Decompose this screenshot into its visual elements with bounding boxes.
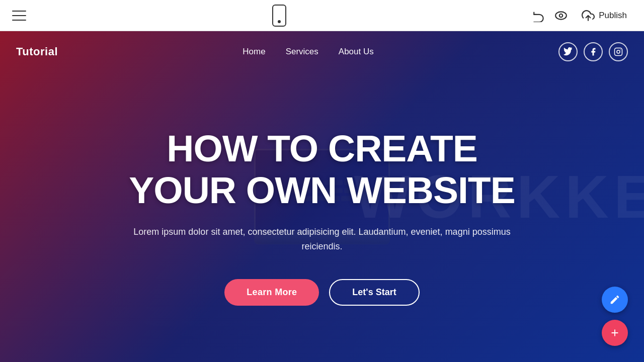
phone-icon[interactable] — [272, 5, 286, 27]
preview-area: WORKKE Tutorial Home Services About Us — [0, 31, 644, 362]
hero-title: HOW TO CREATE YOUR OWN WEBSITE — [129, 128, 515, 211]
site-social-links — [558, 42, 628, 61]
toolbar-right: Publish — [532, 6, 632, 25]
toolbar: Publish — [0, 0, 644, 31]
learn-more-button[interactable]: Learn More — [224, 279, 319, 306]
nav-home[interactable]: Home — [243, 47, 265, 57]
hamburger-icon[interactable] — [12, 11, 26, 21]
fab-area — [602, 287, 628, 346]
publish-button[interactable]: Publish — [577, 6, 632, 25]
svg-point-5 — [620, 49, 621, 50]
add-fab-button[interactable] — [602, 320, 628, 346]
svg-point-0 — [555, 12, 567, 19]
edit-fab-button[interactable] — [602, 287, 628, 313]
hero-subtitle: Lorem ipsum dolor sit amet, consectetur … — [126, 225, 518, 254]
site-nav-links: Home Services About Us — [243, 47, 373, 57]
hero-title-line1: HOW TO CREATE — [167, 127, 477, 169]
facebook-icon[interactable] — [584, 42, 603, 61]
publish-label: Publish — [599, 11, 627, 21]
site-logo: Tutorial — [16, 45, 58, 58]
svg-rect-3 — [614, 48, 622, 56]
hero-section: WORKKE Tutorial Home Services About Us — [0, 31, 644, 362]
toolbar-left — [12, 11, 26, 21]
hero-content: HOW TO CREATE YOUR OWN WEBSITE Lorem ips… — [0, 31, 644, 362]
undo-icon[interactable] — [532, 9, 545, 22]
lets-start-button[interactable]: Let's Start — [329, 279, 419, 306]
site-nav: Tutorial Home Services About Us — [0, 31, 644, 72]
nav-services[interactable]: Services — [286, 47, 318, 57]
nav-about[interactable]: About Us — [339, 47, 374, 57]
hero-title-line2: YOUR OWN WEBSITE — [129, 169, 515, 211]
twitter-icon[interactable] — [558, 42, 578, 61]
toolbar-center — [272, 5, 286, 27]
svg-point-4 — [617, 50, 620, 53]
preview-icon[interactable] — [554, 9, 568, 22]
hero-buttons: Learn More Let's Start — [224, 279, 419, 306]
instagram-icon[interactable] — [609, 42, 628, 61]
svg-point-1 — [559, 14, 563, 17]
